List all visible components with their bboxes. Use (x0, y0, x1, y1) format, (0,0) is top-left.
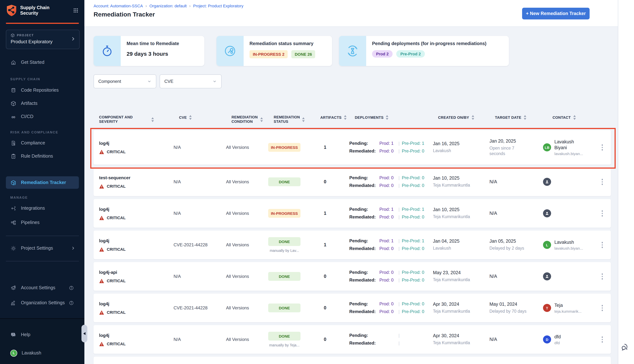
critical-severity-icon (99, 342, 104, 346)
contact-avatar: L (543, 241, 551, 249)
condition-cell: All Versions (226, 274, 268, 279)
sidebar-item-compliance[interactable]: Compliance (6, 138, 79, 148)
cve-cell: CVE-2021-44228 (174, 242, 226, 248)
chat-support-icon[interactable] (621, 343, 629, 352)
breadcrumb-project[interactable]: Project: Product Exploratory (193, 4, 243, 8)
table-row[interactable]: log4j-api CRITICAL N/A All Versions DONE… (94, 262, 611, 291)
cve-filter-dropdown[interactable]: CVE (160, 74, 222, 88)
breadcrumb-organization[interactable]: Organization: default (149, 4, 187, 8)
table-row[interactable]: log4j CRITICAL CVE-2021-44228 All Versio… (94, 230, 611, 259)
row-menu-button[interactable] (601, 305, 603, 311)
gear-icon (10, 246, 17, 251)
status-subtext: manually by Lav... (268, 248, 300, 252)
table-row[interactable]: test-sequencer CRITICAL N/A All Versions… (94, 168, 611, 196)
row-menu-button[interactable] (601, 274, 603, 280)
sidebar-item-pipelines[interactable]: Pipelines (6, 217, 79, 228)
contact-cell: D dfddfd (543, 334, 605, 345)
sidebar-item-project-settings[interactable]: Project Settings (6, 243, 79, 254)
status-badge: IN-PROGRESS (268, 143, 300, 152)
wrench-circle-icon (216, 36, 244, 66)
sidebar-item-remediation-tracker[interactable]: Remediation Tracker (6, 176, 79, 189)
person-avatar-icon (543, 178, 551, 186)
row-menu-button[interactable] (601, 336, 603, 342)
home-icon (10, 60, 17, 65)
column-header-remediation-status[interactable]: REMEDIATION STATUS (274, 115, 304, 124)
artifacts-count: 0 (310, 305, 340, 310)
target-date-cell: May 01, 2024Delayed by 70 days (489, 302, 543, 314)
card-mean-time: Mean time to Remediate 29 days 3 hours (94, 36, 204, 66)
cve-cell: CVE-2021-44228 (174, 305, 226, 310)
sidebar-item-get-started[interactable]: Get Started (6, 57, 79, 68)
row-menu-button[interactable] (601, 179, 603, 185)
artifacts-count: 0 (310, 179, 340, 184)
table-row[interactable]: log4j CRITICAL N/A All Versions DONEmanu… (94, 325, 611, 354)
sidebar-item-integrations[interactable]: Integrations (6, 203, 79, 214)
table-row[interactable]: log4j CRITICAL N/A All Versions IN-PROGR… (94, 199, 611, 228)
column-header-created[interactable]: CREATED ON/BY (438, 115, 474, 120)
breadcrumb: Account: Automation-SSCA › Organization:… (94, 4, 243, 8)
project-selector[interactable]: PROJECT Product Exploratory (6, 30, 80, 49)
column-header-target-date[interactable]: TARGET DATE (495, 115, 526, 120)
sidebar-item-organization-settings[interactable]: Organization Settings (6, 297, 79, 308)
sidebar-item-code-repositories[interactable]: Code Repositories (6, 85, 79, 96)
app-logo[interactable]: Supply Chain Security (6, 4, 79, 16)
column-header-contact[interactable]: CONTACT (552, 115, 576, 120)
critical-severity-icon (99, 247, 104, 252)
status-badge: DONE (268, 237, 300, 246)
condition-cell: All Versions (226, 145, 268, 150)
column-header-deployments[interactable]: DEPLOYMENTS (355, 115, 389, 120)
card-title: Remediation status summary (249, 41, 315, 46)
deployments-cell: Pending:Prod: 0|Pre-Prod: 0 Remediated:P… (340, 174, 427, 190)
info-icon[interactable] (69, 285, 74, 290)
sidebar-item-cicd[interactable]: ∞ CI/CD (6, 111, 79, 122)
column-header-component[interactable]: COMPONENT AND SEVERITY (99, 115, 154, 124)
cube-icon (11, 33, 15, 38)
contact-cell: LB Lavakush Biyanilavakush.biyan... (543, 139, 605, 156)
status-badge: DONE (268, 272, 300, 281)
table-row[interactable]: log4j CRITICAL CVE-2021-44228 All Versio… (94, 294, 611, 322)
sidebar-item-rule-definitions[interactable]: Rule Definitions (6, 151, 79, 162)
info-icon[interactable] (69, 300, 74, 305)
row-menu-button[interactable] (601, 242, 603, 248)
new-remediation-tracker-button[interactable]: + New Remediation Tracker (522, 8, 590, 20)
row-menu-button[interactable] (601, 144, 603, 150)
deployments-cell: Pending:Prod: 1|Pre-Prod: 1 Remediated:P… (340, 237, 427, 252)
sidebar-item-account-settings[interactable]: Account Settings (6, 282, 79, 293)
sidebar-item-help[interactable]: ? Help (6, 329, 79, 340)
mean-time-value: 29 days 3 hours (127, 50, 179, 57)
cve-cell: N/A (174, 211, 226, 216)
component-filter-dropdown[interactable]: Component (94, 74, 156, 88)
user-menu[interactable]: L Lavakush (6, 348, 79, 358)
column-header-cve[interactable]: CVE (179, 115, 192, 120)
table-row[interactable]: log4j H Harness (94, 357, 611, 364)
column-header-artifacts[interactable]: ARTIFACTS (320, 115, 347, 120)
status-badge: IN-PROGRESS (268, 209, 300, 218)
critical-severity-icon (99, 278, 104, 283)
artifacts-count: 1 (310, 211, 340, 216)
svg-text:?: ? (13, 333, 14, 335)
project-name: Product Exploratory (11, 39, 53, 44)
breadcrumb-account[interactable]: Account: Automation-SSCA (94, 4, 143, 8)
page-title: Remediation Tracker (94, 11, 155, 18)
remediation-cube-icon (10, 180, 17, 185)
preprod-pending-badge: Pre-Prod 2 (396, 50, 425, 58)
table-row[interactable]: log4j CRITICAL N/A All Versions IN-PROGR… (94, 130, 611, 164)
chevron-down-icon (212, 79, 217, 84)
sidebar-collapse-handle[interactable] (82, 325, 87, 342)
help-chat-icon: ? (10, 332, 17, 338)
sort-icon (524, 115, 526, 120)
column-header-remediation-condition[interactable]: REMEDIATION CONDITION (231, 115, 263, 124)
app-grid-icon[interactable] (73, 8, 79, 13)
sidebar-item-artifacts[interactable]: Artifacts (6, 98, 79, 109)
critical-severity-icon (99, 215, 104, 220)
row-menu-button[interactable] (601, 210, 603, 216)
cve-cell: N/A (174, 145, 226, 150)
sidebar: Supply Chain Security PROJECT (0, 0, 84, 364)
sort-icon (386, 115, 389, 120)
contact-avatar: LB (543, 143, 551, 152)
shield-logo-icon (6, 4, 17, 16)
contact-cell: L Lavakushlavakush.biyan... (543, 239, 605, 250)
component-name: log4j (99, 206, 174, 212)
contact-cell: T Tejateja.kummarik... (543, 302, 605, 314)
condition-cell: All Versions (226, 179, 268, 184)
